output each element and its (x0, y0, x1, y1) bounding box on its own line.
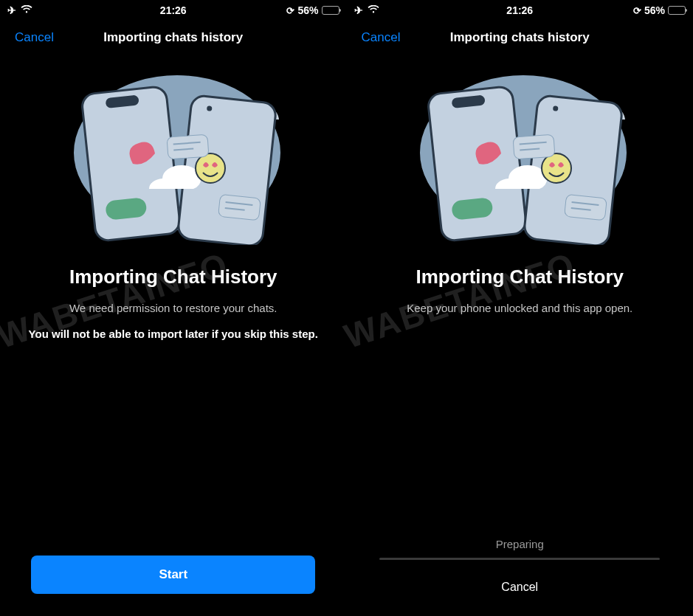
progress-status-text: Preparing (369, 538, 672, 550)
status-time: 21:26 (347, 4, 694, 16)
watermark: WABETAINFO (339, 244, 580, 356)
screen-left: ✈︎ 21:26 ⟳ 56% Cancel Importing chats hi… (0, 0, 347, 616)
bottom-area: Preparing Cancel (347, 538, 694, 616)
nav-bar: Cancel Importing chats history (0, 21, 347, 55)
start-button[interactable]: Start (31, 556, 315, 594)
page-heading: Importing Chat History (0, 266, 347, 288)
screen-right: ✈︎ 21:26 ⟳ 56% Cancel Importing chats hi… (347, 0, 694, 616)
battery-icon (322, 6, 339, 15)
svg-rect-7 (218, 194, 261, 221)
svg-point-18 (542, 153, 571, 183)
status-bar: ✈︎ 21:26 ⟳ 56% (0, 0, 347, 21)
nav-cancel-button[interactable]: Cancel (362, 30, 401, 45)
progress-bar (379, 558, 660, 560)
svg-rect-23 (513, 134, 555, 159)
nav-bar: Cancel Importing chats history (347, 21, 694, 55)
svg-rect-1 (81, 86, 181, 241)
svg-rect-14 (427, 86, 527, 241)
permission-text: We need permission to restore your chats… (0, 302, 347, 314)
chat-transfer-illustration (401, 68, 638, 245)
illustration-container (0, 68, 347, 245)
cancel-button[interactable]: Cancel (501, 581, 538, 594)
nav-cancel-button[interactable]: Cancel (15, 30, 54, 45)
svg-rect-10 (167, 134, 209, 159)
illustration-container (347, 68, 694, 245)
warning-text: You will not be able to import later if … (0, 328, 347, 340)
status-time: 21:26 (0, 4, 347, 16)
chat-transfer-illustration (55, 68, 292, 245)
page-heading: Importing Chat History (347, 266, 694, 288)
instruction-text: Keep your phone unlocked and this app op… (347, 302, 694, 314)
svg-rect-20 (565, 194, 607, 221)
status-bar: ✈︎ 21:26 ⟳ 56% (347, 0, 694, 21)
svg-point-5 (196, 153, 225, 183)
battery-icon (668, 6, 686, 15)
bottom-area: Start (0, 556, 347, 616)
